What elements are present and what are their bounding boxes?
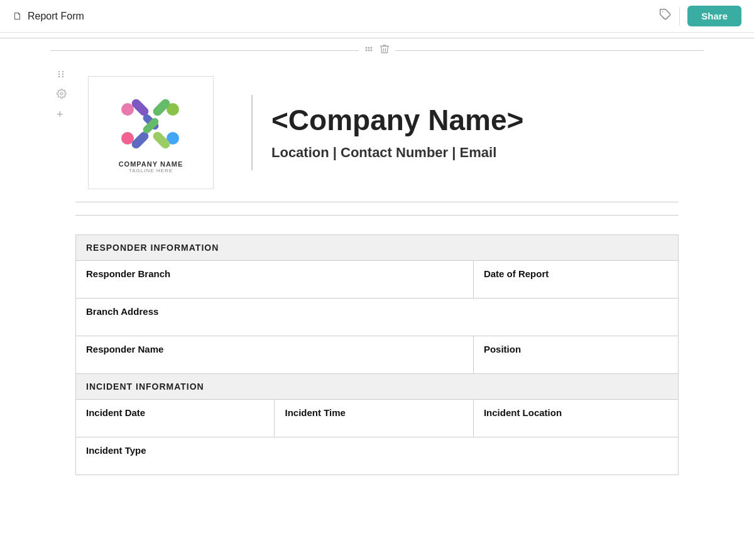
- incident-type-row: Incident Type: [76, 437, 679, 475]
- svg-point-9: [58, 74, 60, 75]
- tag-icon[interactable]: [659, 8, 672, 24]
- incident-type-label: Incident Type: [86, 445, 146, 456]
- branch-address-row: Branch Address: [76, 299, 679, 336]
- topbar-right: Share: [659, 6, 741, 26]
- logo-box: COMPANY NAME TAGLINE HERE: [88, 76, 214, 189]
- top-dash-line-right: [395, 50, 704, 51]
- svg-point-12: [62, 76, 63, 77]
- svg-point-11: [58, 76, 60, 77]
- svg-point-3: [371, 47, 373, 49]
- page-title: Report Form: [28, 11, 84, 22]
- company-contact: Location | Contact Number | Email: [271, 145, 496, 161]
- branch-address-label: Branch Address: [86, 306, 158, 317]
- svg-point-13: [60, 92, 63, 95]
- topbar: 🗋 Report Form Share: [0, 0, 754, 33]
- incident-location-label: Incident Location: [484, 407, 562, 418]
- logo-tagline: TAGLINE HERE: [129, 168, 173, 173]
- svg-point-8: [62, 71, 63, 72]
- topbar-divider: [679, 7, 680, 26]
- section-separator: [75, 215, 679, 216]
- svg-point-6: [371, 50, 373, 52]
- incident-section-row: INCIDENT INFORMATION: [76, 374, 679, 400]
- position-label: Position: [484, 344, 521, 354]
- drag-handle-icon[interactable]: [57, 70, 67, 81]
- responder-branch-row: Responder Branch Date of Report: [76, 261, 679, 299]
- date-of-report-label: Date of Report: [484, 268, 549, 279]
- incident-date-label: Incident Date: [86, 407, 145, 418]
- responder-section-header: RESPONDER INFORMATION: [76, 235, 679, 261]
- company-info: <Company Name> Location | Contact Number…: [271, 104, 666, 162]
- delete-icon[interactable]: [379, 43, 390, 57]
- document-block: COMPANY NAME TAGLINE HERE <Company Name>…: [75, 57, 679, 494]
- responder-branch-cell: Responder Branch: [76, 261, 474, 299]
- settings-icon[interactable]: [57, 89, 67, 101]
- document-wrapper: +: [0, 57, 754, 494]
- incident-details-row: Incident Date Incident Time Incident Loc…: [76, 400, 679, 437]
- svg-point-14: [121, 103, 134, 116]
- position-cell: Position: [473, 336, 678, 374]
- incident-section-header: INCIDENT INFORMATION: [76, 374, 679, 400]
- topbar-left: 🗋 Report Form: [13, 11, 84, 22]
- grid-dots-icon[interactable]: [364, 45, 374, 55]
- incident-time-label: Incident Time: [285, 407, 345, 418]
- responder-branch-label: Responder Branch: [86, 268, 170, 279]
- svg-point-4: [366, 50, 368, 52]
- incident-type-cell: Incident Type: [76, 437, 679, 475]
- header-section: COMPANY NAME TAGLINE HERE <Company Name>…: [75, 70, 679, 202]
- logo-image: [113, 92, 188, 155]
- incident-time-cell: Incident Time: [275, 400, 473, 437]
- document-icon: 🗋: [13, 11, 23, 22]
- share-button[interactable]: Share: [687, 6, 741, 26]
- add-icon[interactable]: +: [57, 109, 67, 120]
- top-dash-line-left: [50, 50, 359, 51]
- incident-date-cell: Incident Date: [76, 400, 275, 437]
- responder-section-row: RESPONDER INFORMATION: [76, 235, 679, 261]
- logo-company-name: COMPANY NAME: [119, 160, 183, 168]
- date-of-report-cell: Date of Report: [473, 261, 678, 299]
- responder-name-cell: Responder Name: [76, 336, 474, 374]
- left-controls: +: [57, 70, 67, 120]
- svg-point-7: [58, 71, 60, 72]
- svg-point-2: [368, 47, 370, 49]
- header-divider: [251, 95, 253, 170]
- branch-address-cell: Branch Address: [76, 299, 679, 336]
- svg-point-10: [62, 74, 63, 75]
- responder-name-label: Responder Name: [86, 344, 163, 354]
- report-table: RESPONDER INFORMATION Responder Branch D…: [75, 234, 679, 475]
- incident-location-cell: Incident Location: [473, 400, 678, 437]
- svg-point-16: [121, 132, 134, 145]
- responder-name-row: Responder Name Position: [76, 336, 679, 374]
- content-area: +: [0, 33, 754, 519]
- svg-point-5: [368, 50, 370, 52]
- svg-point-1: [366, 47, 368, 49]
- top-drag-row: [0, 38, 754, 57]
- table-wrapper: RESPONDER INFORMATION Responder Branch D…: [75, 234, 679, 475]
- company-main-name: <Company Name>: [271, 104, 523, 136]
